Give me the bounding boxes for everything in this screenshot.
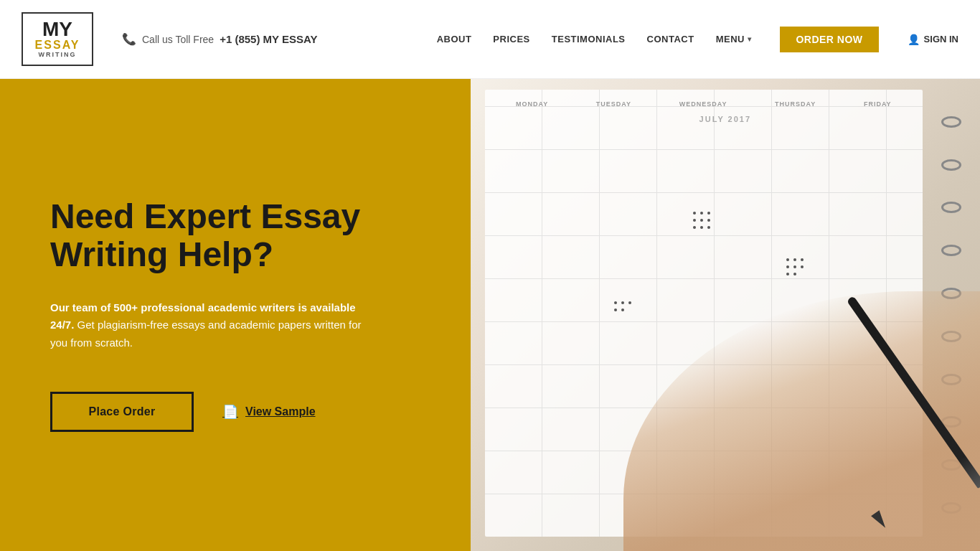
navigation: ABOUT PRICES TESTIMONIALS CONTACT MENU ▾… — [437, 27, 958, 52]
hero-title: Need Expert Essay Writing Help? — [50, 198, 420, 274]
order-now-button[interactable]: ORDER NOW — [780, 27, 878, 52]
phone-number: +1 (855) MY ESSAY — [220, 33, 317, 45]
header: MY ESSAY WRITING 📞 Call us Toll Free +1 … — [0, 0, 980, 79]
header-phone: 📞 Call us Toll Free +1 (855) MY ESSAY — [122, 32, 317, 46]
calendar-month: JULY 2017 — [699, 115, 751, 123]
document-icon: 📄 — [222, 404, 238, 420]
nav-contact[interactable]: CONTACT — [647, 34, 694, 44]
calendar-header: MONDAY TUESDAY WEDNESDAY THURSDAY FRIDAY — [492, 100, 915, 108]
view-sample-label: View Sample — [245, 405, 316, 418]
toll-free-label: Call us Toll Free — [142, 34, 214, 45]
logo-essay: ESSAY — [35, 39, 80, 51]
logo[interactable]: MY ESSAY WRITING — [22, 12, 93, 67]
nav-about[interactable]: ABOUT — [437, 34, 472, 44]
user-icon: 👤 — [908, 34, 920, 45]
calendar-dots-3 — [614, 301, 633, 320]
day-monday: MONDAY — [516, 100, 548, 108]
nav-testimonials[interactable]: TESTIMONIALS — [552, 34, 626, 44]
hero-right-panel: MONDAY TUESDAY WEDNESDAY THURSDAY FRIDAY… — [471, 79, 980, 551]
menu-chevron-icon: ▾ — [748, 35, 752, 43]
phone-icon: 📞 — [122, 32, 136, 46]
view-sample-link[interactable]: 📄 View Sample — [222, 404, 316, 420]
hero-description: Our team of 500+ professional academic w… — [50, 299, 366, 352]
sign-in-button[interactable]: 👤 SIGN IN — [908, 34, 958, 45]
nav-prices[interactable]: PRICES — [493, 34, 529, 44]
logo-writing: WRITING — [39, 51, 77, 60]
calendar-dots-2 — [786, 258, 805, 277]
hero-left-panel: Need Expert Essay Writing Help? Our team… — [0, 79, 471, 551]
logo-my: MY — [42, 19, 72, 39]
hero-photo-background: MONDAY TUESDAY WEDNESDAY THURSDAY FRIDAY… — [471, 79, 980, 551]
day-wednesday: WEDNESDAY — [679, 100, 727, 108]
sign-in-label: SIGN IN — [924, 34, 958, 44]
place-order-button[interactable]: Place Order — [50, 392, 194, 432]
hero-desc-regular: Get plagiarism-free essays and academic … — [50, 319, 362, 349]
hero-actions: Place Order 📄 View Sample — [50, 392, 420, 432]
nav-menu[interactable]: MENU ▾ — [716, 34, 752, 44]
hero-section: Need Expert Essay Writing Help? Our team… — [0, 79, 980, 551]
calendar-dots-1 — [693, 212, 712, 230]
day-friday: FRIDAY — [864, 100, 892, 108]
day-tuesday: TUESDAY — [596, 100, 631, 108]
day-thursday: THURSDAY — [775, 100, 816, 108]
